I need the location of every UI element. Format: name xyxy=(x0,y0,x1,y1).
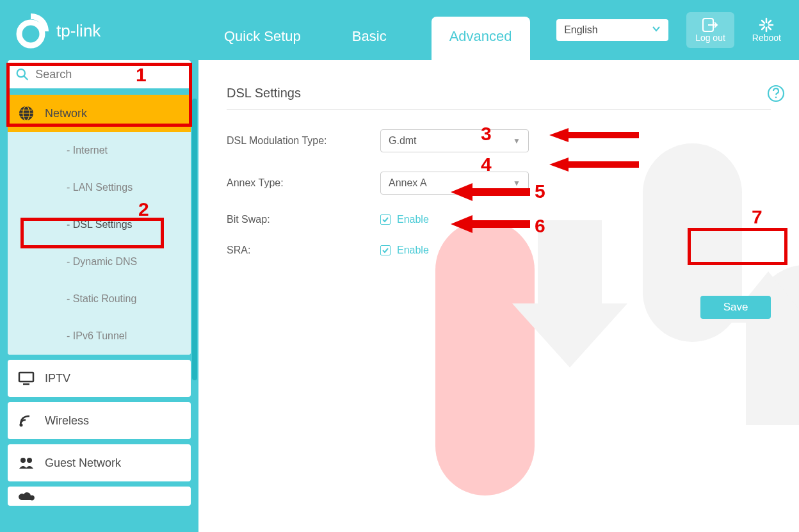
help-icon xyxy=(767,85,785,102)
main-tabs: Quick Setup Basic Advanced xyxy=(218,0,530,60)
checkbox-icon xyxy=(380,214,391,225)
sidebar-item-guest-network[interactable]: Guest Network xyxy=(8,444,191,481)
search-icon xyxy=(15,67,29,82)
sub-static-routing[interactable]: - Static Routing xyxy=(8,280,191,318)
search-box[interactable] xyxy=(8,60,191,88)
header: tp-link Quick Setup Basic Advanced Engli… xyxy=(0,0,799,60)
sidebar-item-wireless[interactable]: Wireless xyxy=(8,402,191,439)
sidebar-item-network[interactable]: Network xyxy=(8,95,191,132)
sidebar: Network - Internet - LAN Settings - DSL … xyxy=(0,60,198,532)
sub-dynamic-dns[interactable]: - Dynamic DNS xyxy=(8,243,191,280)
triangle-down-icon: ▼ xyxy=(513,136,521,145)
sub-ipv6-tunnel[interactable]: - IPv6 Tunnel xyxy=(8,318,191,355)
svg-line-8 xyxy=(768,27,771,29)
sra-label: SRA: xyxy=(227,245,380,256)
main-panel: DSL Settings DSL Modulation Type: G.dmt … xyxy=(198,60,799,532)
tab-basic[interactable]: Basic xyxy=(346,17,393,60)
tab-advanced[interactable]: Advanced xyxy=(432,17,530,60)
language-select[interactable]: English xyxy=(556,19,668,41)
search-input[interactable] xyxy=(35,68,183,81)
svg-line-9 xyxy=(762,27,764,29)
logout-button[interactable]: Log out xyxy=(686,12,734,48)
reboot-icon xyxy=(758,17,775,33)
annex-type-select[interactable]: Annex A ▼ xyxy=(380,172,529,195)
sub-lan-settings[interactable]: - LAN Settings xyxy=(8,169,191,206)
svg-text:tp-link: tp-link xyxy=(56,21,101,40)
logout-icon xyxy=(702,17,718,33)
dsl-modulation-label: DSL Modulation Type: xyxy=(227,135,380,147)
svg-point-20 xyxy=(20,424,23,427)
annex-type-label: Annex Type: xyxy=(227,177,380,189)
wifi-icon xyxy=(18,414,35,428)
scrollbar[interactable] xyxy=(192,99,197,496)
triangle-down-icon: ▼ xyxy=(513,179,521,188)
sub-internet[interactable]: - Internet xyxy=(8,132,191,169)
svg-point-11 xyxy=(17,69,25,77)
globe-icon xyxy=(18,105,35,122)
cloud-icon xyxy=(18,490,35,503)
page-title: DSL Settings xyxy=(227,86,771,110)
svg-point-22 xyxy=(27,458,32,463)
svg-marker-24 xyxy=(727,271,799,425)
svg-point-0 xyxy=(19,22,42,45)
brand-logo: tp-link xyxy=(0,11,198,49)
reboot-button[interactable]: Reboot xyxy=(752,17,781,43)
svg-line-7 xyxy=(762,20,764,23)
chevron-down-icon xyxy=(652,24,661,36)
users-icon xyxy=(18,456,35,470)
sub-dsl-settings[interactable]: - DSL Settings xyxy=(8,206,191,243)
save-button[interactable]: Save xyxy=(700,296,771,319)
language-value: English xyxy=(564,24,597,36)
tab-quick-setup[interactable]: Quick Setup xyxy=(218,17,307,60)
bitswap-checkbox[interactable]: Enable xyxy=(380,214,429,225)
checkbox-icon xyxy=(380,245,391,255)
svg-line-10 xyxy=(768,20,771,23)
svg-point-21 xyxy=(20,458,26,463)
svg-marker-23 xyxy=(512,220,627,367)
menu-network: Network - Internet - LAN Settings - DSL … xyxy=(8,95,191,355)
sidebar-item-next[interactable] xyxy=(8,487,191,506)
svg-rect-18 xyxy=(19,373,33,382)
sidebar-item-iptv[interactable]: IPTV xyxy=(8,360,191,397)
submenu-network: - Internet - LAN Settings - DSL Settings… xyxy=(8,132,191,355)
svg-line-12 xyxy=(24,76,28,80)
tv-icon xyxy=(18,371,35,385)
help-button[interactable] xyxy=(767,85,785,105)
dsl-modulation-select[interactable]: G.dmt ▼ xyxy=(380,129,529,152)
sra-checkbox[interactable]: Enable xyxy=(380,245,429,256)
svg-point-26 xyxy=(775,97,777,99)
bitswap-label: Bit Swap: xyxy=(227,214,380,225)
